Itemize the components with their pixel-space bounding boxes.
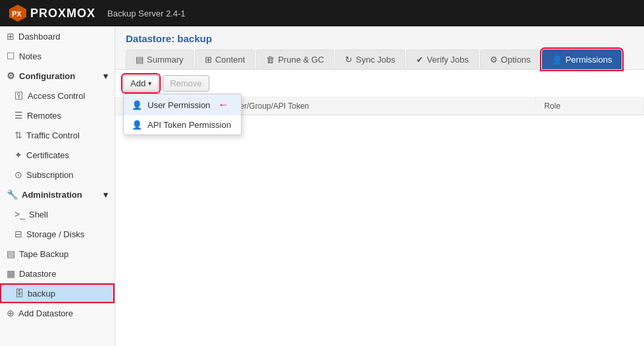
sidebar-item-certificates[interactable]: ✦ Certificates [0, 145, 115, 165]
chevron-down-icon-2: ▾ [103, 190, 108, 200]
sidebar-label-subscription: Subscription [26, 170, 74, 180]
add-dropdown-menu: 👤 User Permission ← 👤 API Token Permissi… [123, 94, 242, 135]
cert-icon: ✦ [14, 150, 22, 160]
datastore-title: Datastore: backup [126, 33, 633, 44]
permissions-icon: 👤 [552, 55, 562, 65]
app-name: PROXMOX [30, 7, 95, 20]
sidebar-item-storage-disks[interactable]: ⊟ Storage / Disks [0, 224, 115, 244]
sidebar-label-notes: Notes [19, 51, 41, 61]
sidebar-item-tape-backup[interactable]: ▤ Tape Backup [0, 244, 115, 264]
sidebar-item-add-datastore[interactable]: ⊕ Add Datastore [0, 303, 115, 323]
content-icon: ⊞ [205, 55, 212, 65]
tab-label-summary: Summary [147, 55, 184, 65]
shell-icon: >_ [14, 209, 25, 219]
proxmox-logo-icon: PX [8, 3, 28, 23]
tab-label-sync-jobs: Sync Jobs [356, 55, 395, 65]
tab-sync-jobs[interactable]: ↻ Sync Jobs [335, 49, 405, 69]
remove-label: Remove [170, 78, 201, 88]
sidebar-group-configuration[interactable]: ⚙ Configuration ▾ [0, 66, 115, 86]
sidebar-label-storage-disks: Storage / Disks [26, 229, 84, 239]
datastore-icon: ▦ [7, 268, 15, 279]
access-icon: ⚿ [14, 90, 24, 101]
toolbar: Add ▾ Remove 👤 User Permission ← 👤 API T… [115, 70, 644, 98]
sidebar-label-remotes: Remotes [27, 111, 61, 121]
api-icon: 👤 [132, 120, 142, 130]
sidebar-label-access-control: Access Control [28, 91, 85, 101]
prune-icon: 🗑 [266, 55, 275, 65]
tab-label-permissions: Permissions [566, 55, 612, 65]
notes-icon: ☐ [7, 51, 15, 61]
sidebar-item-subscription[interactable]: ⊙ Subscription [0, 165, 115, 185]
col-role: Role [536, 98, 644, 115]
user-icon: 👤 [132, 100, 142, 110]
content-header: Datastore: backup ▤ Summary ⊞ Content 🗑 … [115, 26, 644, 70]
sidebar-item-traffic-control[interactable]: ⇅ Traffic Control [0, 125, 115, 145]
tab-label-content: Content [215, 55, 246, 65]
sidebar-label-datastore: Datastore [19, 269, 56, 279]
administration-group-left: 🔧 Administration [7, 189, 82, 200]
verify-icon: ✔ [416, 55, 423, 65]
sidebar-label-add-datastore: Add Datastore [18, 308, 73, 318]
storage-icon: ⊟ [14, 229, 22, 239]
tab-label-prune-gc: Prune & GC [278, 55, 324, 65]
sidebar-item-datastore[interactable]: ▦ Datastore [0, 264, 115, 283]
tab-content[interactable]: ⊞ Content [195, 49, 255, 69]
admin-icon: 🔧 [7, 189, 18, 200]
sidebar-item-access-control[interactable]: ⚿ Access Control [0, 86, 115, 105]
tabs-bar: ▤ Summary ⊞ Content 🗑 Prune & GC ↻ Sync … [126, 49, 633, 69]
sync-icon: ↻ [345, 55, 352, 65]
sidebar: ⊞ Dashboard ☐ Notes ⚙ Configuration ▾ ⚿ … [0, 26, 115, 346]
col-user-group-api: User/Group/API Token [222, 98, 536, 115]
dropdown-item-api-token-permission[interactable]: 👤 API Token Permission [124, 115, 241, 134]
backup-icon: 🗄 [14, 288, 24, 299]
sidebar-label-administration: Administration [22, 190, 82, 200]
add-dropdown-arrow: ▾ [148, 80, 151, 87]
tab-label-verify-jobs: Verify Jobs [427, 55, 469, 65]
remotes-icon: ☰ [14, 110, 23, 121]
configuration-icon: ⚙ [7, 71, 15, 81]
dropdown-label-api-token-permission: API Token Permission [148, 120, 231, 130]
tab-summary[interactable]: ▤ Summary [126, 49, 194, 69]
app-header: PX PROXMOX Backup Server 2.4-1 [0, 0, 644, 26]
traffic-icon: ⇅ [14, 130, 22, 140]
tab-permissions[interactable]: 👤 Permissions [542, 49, 622, 69]
main-content: Datastore: backup ▤ Summary ⊞ Content 🗑 … [115, 26, 644, 346]
tab-verify-jobs[interactable]: ✔ Verify Jobs [406, 49, 479, 69]
tab-prune-gc[interactable]: 🗑 Prune & GC [256, 49, 334, 69]
sidebar-item-dashboard[interactable]: ⊞ Dashboard [0, 26, 115, 46]
tape-icon: ▤ [7, 248, 15, 259]
sidebar-label-dashboard: Dashboard [18, 32, 61, 42]
add-icon: ⊕ [7, 308, 14, 318]
sidebar-item-remotes[interactable]: ☰ Remotes [0, 105, 115, 125]
sidebar-item-notes[interactable]: ☐ Notes [0, 46, 115, 66]
subscription-icon: ⊙ [14, 169, 22, 180]
sidebar-item-shell[interactable]: >_ Shell [0, 204, 115, 224]
remove-button[interactable]: Remove [163, 75, 209, 92]
sidebar-label-certificates: Certificates [26, 150, 69, 160]
arrow-indicator: ← [218, 99, 228, 111]
logo: PX PROXMOX [8, 3, 95, 23]
summary-icon: ▤ [136, 55, 144, 65]
sidebar-label-backup: backup [28, 289, 55, 299]
app-title: Backup Server 2.4-1 [107, 9, 186, 18]
sidebar-item-backup[interactable]: 🗄 backup [0, 283, 115, 303]
tab-options[interactable]: ⚙ Options [480, 49, 541, 69]
sidebar-group-administration[interactable]: 🔧 Administration ▾ [0, 185, 115, 204]
sidebar-label-tape-backup: Tape Backup [19, 249, 68, 259]
add-label: Add [130, 78, 146, 88]
dropdown-label-user-permission: User Permission [148, 100, 210, 110]
svg-text:PX: PX [12, 10, 22, 18]
add-button[interactable]: Add ▾ [123, 75, 159, 92]
configuration-group-left: ⚙ Configuration [7, 71, 75, 81]
dropdown-item-user-permission[interactable]: 👤 User Permission ← [124, 94, 241, 115]
sidebar-label-traffic-control: Traffic Control [26, 130, 80, 140]
main-layout: ⊞ Dashboard ☐ Notes ⚙ Configuration ▾ ⚿ … [0, 26, 644, 346]
tab-label-options: Options [501, 55, 531, 65]
options-icon: ⚙ [490, 55, 498, 65]
sidebar-label-shell: Shell [29, 210, 48, 219]
chevron-down-icon: ▾ [103, 71, 108, 81]
sidebar-label-configuration: Configuration [19, 71, 75, 81]
dashboard-icon: ⊞ [7, 31, 14, 42]
